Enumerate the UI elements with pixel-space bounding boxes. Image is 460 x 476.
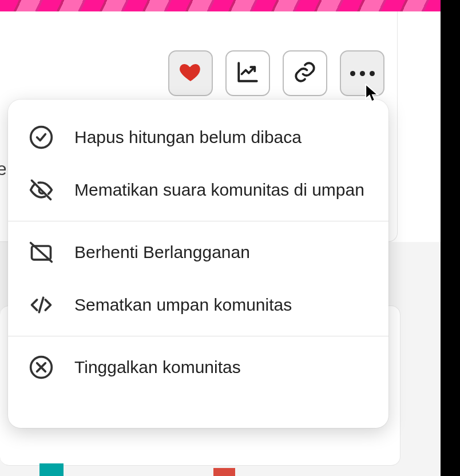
menu-label: Berhenti Berlangganan (74, 243, 250, 262)
svg-point-0 (31, 127, 52, 148)
chart-icon (236, 60, 260, 86)
right-edge (441, 0, 460, 476)
menu-label: Hapus hitungan belum dibaca (74, 128, 302, 147)
heart-icon (179, 60, 203, 86)
analytics-button[interactable] (225, 50, 270, 96)
link-button[interactable] (283, 50, 327, 96)
action-toolbar (168, 50, 384, 96)
menu-mute-community[interactable]: Mematikan suara komunitas di umpan (8, 164, 388, 216)
check-circle-icon (29, 125, 54, 150)
more-icon (350, 71, 375, 76)
menu-embed-feed[interactable]: Sematkan umpan komunitas (8, 279, 388, 331)
menu-label: Tinggalkan komunitas (74, 358, 241, 377)
like-button[interactable] (168, 50, 213, 96)
accent-red (213, 468, 235, 476)
code-icon (29, 292, 54, 318)
more-button[interactable] (340, 50, 384, 96)
clipped-label: e (0, 158, 6, 180)
menu-unsubscribe[interactable]: Berhenti Berlangganan (8, 226, 388, 279)
accent-teal (39, 463, 64, 476)
menu-divider (8, 336, 388, 336)
menu-clear-unread[interactable]: Hapus hitungan belum dibaca (8, 111, 388, 164)
link-icon (293, 60, 317, 86)
menu-label: Mematikan suara komunitas di umpan (74, 180, 364, 200)
menu-leave-community[interactable]: Tinggalkan komunitas (8, 341, 388, 394)
menu-label: Sematkan umpan komunitas (74, 295, 292, 315)
eye-off-icon (29, 177, 54, 203)
menu-divider (8, 221, 388, 221)
mail-off-icon (29, 240, 54, 265)
header-banner (0, 0, 441, 11)
context-menu: Hapus hitungan belum dibaca Mematikan su… (8, 100, 388, 428)
x-circle-icon (29, 355, 54, 380)
